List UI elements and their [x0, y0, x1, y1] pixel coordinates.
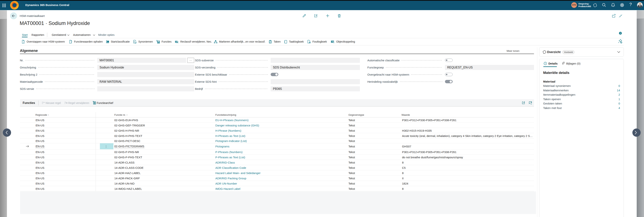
svg-text:a: a	[134, 41, 135, 42]
